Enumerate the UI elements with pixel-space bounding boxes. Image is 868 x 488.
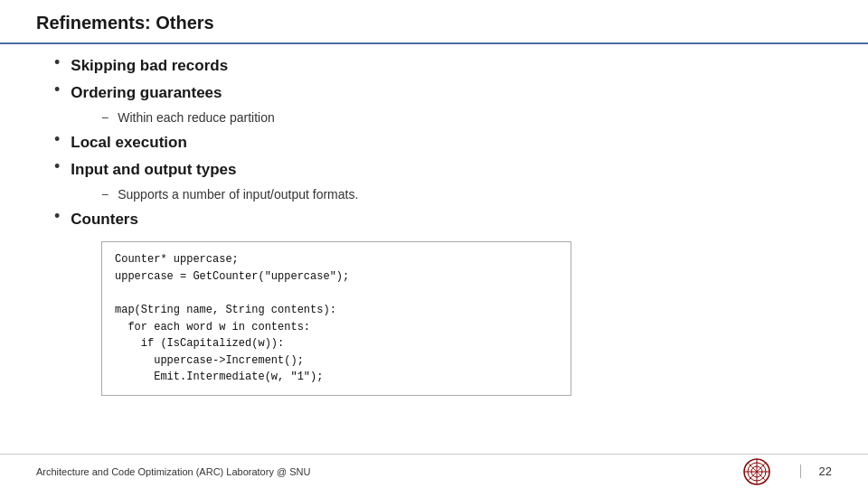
bullet-text-skipping: Skipping bad records [71,55,228,77]
sub-ordering-1: − Within each reduce partition [101,109,814,127]
footer-label: Architecture and Code Optimization (ARC)… [36,466,741,477]
slide-header: Refinements: Others [0,0,868,44]
sub-input-output-1: − Supports a number of input/output form… [101,186,814,204]
bullet-text-input-output: Input and output types [71,159,236,181]
slide: Refinements: Others • Skipping bad recor… [0,0,868,488]
sub-dash-ordering-1: − [101,110,108,125]
bullet-skipping: • Skipping bad records [54,55,814,77]
bullet-dot-2: • [54,80,60,99]
code-block: Counter* uppercase; uppercase = GetCount… [101,241,571,396]
bullet-ordering: • Ordering guarantees [54,82,814,104]
sub-text-input-output-1: Supports a number of input/output format… [118,186,358,204]
bullet-text-ordering: Ordering guarantees [71,82,222,104]
bullet-input-output: • Input and output types [54,159,814,181]
sub-text-ordering-1: Within each reduce partition [118,109,275,127]
bullet-text-counters: Counters [71,209,138,230]
content-area: • Skipping bad records • Ordering guaran… [0,48,868,454]
university-logo [741,455,773,488]
sub-dash-input-output-1: − [101,187,108,202]
bullet-dot-4: • [54,157,60,176]
bullet-counters: • Counters [54,209,814,230]
slide-title: Refinements: Others [36,13,214,33]
bullet-dot-3: • [54,130,60,149]
page-number: 22 [800,465,832,478]
bullet-dot-1: • [54,53,60,72]
slide-footer: Architecture and Code Optimization (ARC)… [0,454,868,488]
bullet-text-local: Local execution [71,132,186,154]
bullet-dot-5: • [54,207,60,226]
bullet-local: • Local execution [54,132,814,154]
